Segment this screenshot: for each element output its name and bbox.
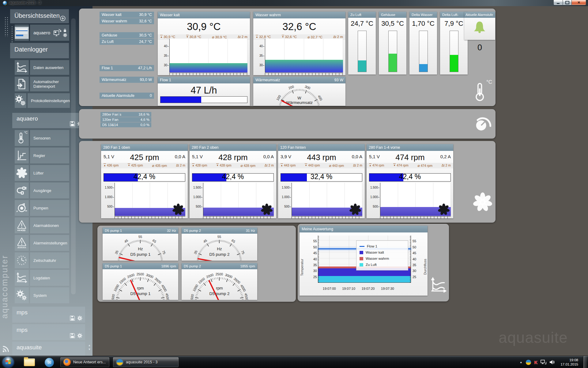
sidebar-item-logdaten[interactable]: Logdaten	[15, 270, 69, 286]
duty-cycle-value: 42,4 %	[192, 173, 273, 181]
close-button[interactable]: ✕	[571, 0, 586, 5]
level-bar	[450, 31, 458, 72]
sidebar-item-system[interactable]: System	[15, 287, 69, 303]
min-icon	[128, 163, 130, 167]
panel-title: Gehäuse	[381, 12, 395, 18]
save-icon[interactable]	[70, 315, 75, 321]
sidebar-item-automatischer-datenexport[interactable]: Automatischer Datenexport	[15, 77, 69, 91]
sidebar-device-mps-1[interactable]: mps	[12, 307, 85, 323]
panel-title: 120 Fan hinten	[280, 144, 306, 151]
kaspersky-tray-icon[interactable]: K	[534, 360, 538, 365]
current-temperature: 30,9 °C	[158, 21, 250, 33]
sidebar-item-alarmaktionen[interactable]: Alarmaktionen	[15, 217, 69, 233]
fan-silhouette-icon	[438, 203, 450, 216]
case-value-table: Gehäuse30,5 °C Zu Luft24,7 °C	[100, 32, 154, 45]
firefox-window-button[interactable]: Neue Antwort ers...	[60, 357, 110, 367]
overview-page-thumbnail	[15, 25, 29, 41]
device-settings-gear-icon[interactable]	[77, 333, 83, 339]
page-settings-gear-icon[interactable]	[63, 33, 67, 37]
sidebar-device-aquasuite[interactable]: aquasuite	[12, 342, 85, 356]
duty-cycle-bar: 42,4 %	[104, 173, 185, 182]
volume-tray-icon[interactable]	[549, 360, 556, 365]
aquasuite-window-button[interactable]: aquasuite 2015 - 3	[113, 357, 179, 367]
sidebar-item-luefter[interactable]: Lüfter	[15, 165, 69, 181]
window-button-label: aquasuite 2015 - 3	[126, 360, 158, 364]
sidebar-device-mps-2[interactable]: mps	[12, 324, 85, 340]
sidebar-item-zeitschaltuhr[interactable]: Zeitschaltuhr	[15, 252, 69, 268]
minimize-button[interactable]	[553, 0, 563, 5]
taskbar-clock[interactable]: 19:08 17.01.2015	[560, 358, 578, 366]
show-desktop-button[interactable]	[583, 356, 587, 368]
scroll-down-icon[interactable]: ▼	[87, 347, 92, 351]
sidebar-scrollbar[interactable]	[71, 18, 76, 294]
warning-triangle-icon	[15, 217, 29, 233]
degree-label: °C	[24, 131, 28, 134]
add-overview-page-icon[interactable]	[59, 15, 66, 22]
maximize-icon	[565, 1, 569, 4]
rpm-history-chart: 1.500 1.000 500	[104, 183, 185, 216]
thunderbird-taskbar-icon[interactable]: ✉	[45, 358, 54, 367]
svg-text:2500: 2500	[137, 272, 144, 276]
stats-row: 436 rpm 425 rpm 435 rpm 2 m	[101, 163, 188, 168]
overview-page-label-box[interactable]: aquaero	[30, 25, 69, 41]
lock-icon[interactable]	[63, 28, 67, 33]
fan-silhouette-icon	[349, 203, 361, 216]
scroll-up-icon[interactable]: ▲	[87, 343, 92, 347]
aquasuite-watermark: aquasuite	[499, 329, 568, 347]
max-icon	[192, 163, 194, 167]
x-axis-ticks	[292, 216, 362, 219]
fan-panel-280-fan-1-oben: 280 Fan 1 oben 5,1 V 425 rpm 0,0 A 436 r…	[101, 144, 188, 218]
legend-swatch	[360, 251, 363, 254]
rpm-history-chart: 1.500 1.000 500	[192, 183, 274, 216]
sidebar-item-pumpen[interactable]: Pumpen	[15, 200, 69, 216]
fan-silhouette-icon	[172, 203, 184, 216]
gauge-value: 32 Hz	[167, 228, 176, 234]
save-icon[interactable]	[70, 333, 75, 339]
combo-chart: Temperatur Durchfluss 55	[300, 232, 428, 296]
voltage: 3,9 V	[281, 154, 291, 159]
svg-text:1500: 1500	[119, 277, 126, 285]
window-title: aquasuite 2015 - 3	[9, 1, 41, 5]
svg-text:55: 55	[217, 235, 221, 239]
explorer-taskbar-icon[interactable]	[24, 358, 35, 366]
sidebar-item-protokolleinstellungen[interactable]: Protokolleinstellungen	[15, 93, 69, 108]
d5-pump-2-rpm-gauge: D5 pump 21855 rpm 0500100015002000250030…	[182, 263, 257, 300]
chart-legend: Flow 1 Wasser kalt Wasser wahrm Zu Luft	[356, 240, 408, 270]
export-to-monitor-icon[interactable]	[53, 29, 62, 37]
network-tray-icon[interactable]	[541, 360, 546, 365]
zu-luft-bar-panel: Zu Luft 24,7 °C	[348, 12, 376, 75]
sidebar-item-regler[interactable]: Regler	[15, 148, 69, 163]
sidebar-item-sensoren[interactable]: °C Sensoren	[15, 130, 69, 146]
sidebar-item-ausgaenge[interactable]: Ausgänge	[15, 182, 69, 198]
alarm-level-value: 0	[464, 43, 495, 52]
table-row: Wasser wahrm32,6 °C	[100, 18, 154, 24]
panel-title: D5 pump 1	[105, 228, 122, 234]
timespan-icon	[176, 163, 179, 167]
gauge-unit: W	[253, 96, 345, 100]
window-titlebar: aquasuite 2015 - 3 ✕	[0, 0, 588, 6]
svg-text:45: 45	[123, 238, 129, 243]
gauge-label: D5 pump 2	[182, 252, 257, 257]
gears-icon	[15, 93, 26, 108]
sidebar-item-alarmeinstellungen[interactable]: Alarmeinstellungen	[15, 235, 69, 251]
sidebar-overview-page-aquaero[interactable]: aquaero	[15, 25, 69, 41]
flow-panel: Flow 1 47 L/h	[158, 77, 250, 106]
start-button[interactable]	[2, 357, 14, 368]
table-row: Zu Luft24,7 °C	[100, 39, 154, 45]
sidebar-scroll-arrows[interactable]: ▲ ▼	[87, 343, 92, 351]
alarm-value-table: Aktuelle Alarmstufe0	[100, 93, 154, 99]
device-settings-gear-icon[interactable]	[77, 315, 83, 321]
fan-readings: 3,9 V 443 rpm 0,0 A	[278, 151, 365, 162]
tray-expand-icon[interactable]: ▲	[520, 361, 522, 364]
aquasuite-tray-icon[interactable]	[526, 359, 531, 365]
plug-icon	[15, 182, 29, 198]
sidebar-item-daten-auswerten[interactable]: Daten auswerten	[15, 60, 69, 75]
panel-title: Wasser kalt	[160, 12, 180, 18]
page-preview	[15, 27, 29, 39]
legend-item: Zu Luft	[360, 262, 405, 268]
fan-panel-280-fan-1-4-vorne: 280 Fan 1-4 vorne 5,1 V 474 rpm 0,2 A 47…	[367, 144, 453, 218]
rss-icon[interactable]	[2, 345, 10, 353]
gauge-unit: Hz	[103, 247, 178, 251]
sidebar-section-datenlogger: Datenlogger	[10, 43, 69, 58]
maximize-button[interactable]	[563, 0, 571, 5]
